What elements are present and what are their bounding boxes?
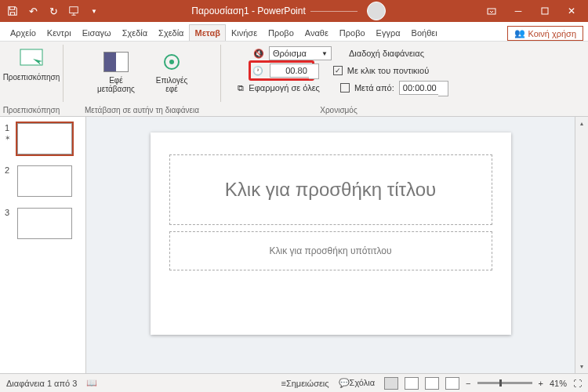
effect-options-button[interactable]: Εφέ μετάβασης: [91, 46, 141, 93]
transition-indicator-icon: ✶: [5, 134, 13, 142]
preview-label: Προεπισκόπηση: [3, 73, 60, 82]
comments-label: Σχόλια: [350, 378, 376, 387]
save-button[interactable]: [3, 2, 22, 20]
zoom-value[interactable]: 41%: [550, 379, 567, 388]
group-label-preview: Προεπισκόπηση: [0, 106, 63, 114]
share-label: Κοινή χρήση: [528, 29, 577, 38]
thumbnail-1[interactable]: 1✶: [5, 123, 81, 154]
zoom-out-button[interactable]: −: [466, 379, 470, 388]
close-button[interactable]: ✕: [558, 0, 585, 22]
duration-spinner[interactable]: 00.80▴▾: [270, 64, 310, 78]
slide[interactable]: Κλικ για προσθήκη τίτλου Κλικ για προσθή…: [151, 132, 511, 335]
tab-help[interactable]: Βοήθει: [406, 24, 443, 41]
reading-view-button[interactable]: [425, 377, 439, 390]
group-label-transition: Μετάβαση σε αυτήν τη διαφάνεια: [64, 106, 220, 114]
effect-icon: [103, 49, 129, 74]
after-value: 00:00.00: [403, 83, 437, 93]
sound-icon: 🔇: [253, 49, 264, 59]
slideshow-view-button[interactable]: [445, 377, 459, 390]
ribbon-options-button[interactable]: [478, 0, 505, 22]
group-label-timing: Χρονισμός: [221, 106, 456, 114]
thumbnail-3[interactable]: 3: [5, 208, 81, 239]
fit-to-window-button[interactable]: ⛶: [573, 379, 582, 388]
thumbnail-pane: 1✶ 2 3: [0, 117, 86, 373]
title-bar: ↶ ↻ ▼ Παρουσίαση1 - PowerPoint ─ ✕: [0, 0, 588, 22]
window-title: Παρουσίαση1 - PowerPoint: [103, 2, 478, 20]
on-click-label: Με κλικ του ποντικιού: [347, 66, 429, 75]
thumbnail-2[interactable]: 2: [5, 165, 81, 197]
undo-button[interactable]: ↶: [24, 2, 42, 20]
after-spinner[interactable]: 00:00.00▴▾: [399, 81, 440, 95]
notes-label: Σημειώσεις: [286, 379, 329, 388]
tab-insert[interactable]: Εισαγω: [77, 24, 117, 41]
tab-file[interactable]: Αρχείο: [5, 24, 42, 41]
advance-label: Διαδοχή διαφάνειας: [349, 49, 424, 58]
group-transition: Εφέ μετάβασης Επιλογές εφέ Μετάβαση σε α…: [64, 42, 220, 116]
svg-rect-2: [542, 8, 548, 14]
workspace: 1✶ 2 3 Κλικ για προσθήκη τίτλου Κλικ για…: [0, 117, 588, 373]
tab-home[interactable]: Κεντρι: [42, 24, 77, 41]
status-bar: Διαφάνεια 1 από 3 📖 ≡Σημειώσεις 💬Σχόλια …: [0, 373, 588, 392]
spellcheck-icon[interactable]: 📖: [86, 378, 97, 388]
after-label: Μετά από:: [354, 83, 394, 93]
duration-value: 00.80: [285, 66, 307, 75]
qat-dropdown[interactable]: ▼: [85, 2, 103, 20]
svg-rect-0: [70, 7, 78, 13]
svg-rect-1: [488, 9, 495, 14]
title-placeholder-text: Κλικ για προσθήκη τίτλου: [225, 179, 436, 201]
after-checkbox[interactable]: [340, 83, 350, 93]
scroll-down-button[interactable]: ▾: [575, 360, 588, 373]
options-button[interactable]: Επιλογές εφέ: [151, 46, 193, 93]
ribbon: Προεπισκόπηση Προεπισκόπηση Εφέ μετάβαση…: [0, 42, 588, 117]
comments-button[interactable]: 💬Σχόλια: [339, 378, 376, 388]
sound-dropdown[interactable]: Θρόισμα▼: [269, 46, 332, 60]
normal-view-button[interactable]: [384, 377, 398, 390]
title-text: Παρουσίαση1 - PowerPoint: [191, 5, 305, 16]
duration-icon: 🕐: [252, 66, 263, 76]
svg-point-5: [169, 60, 174, 64]
sound-value: Θρόισμα: [273, 49, 307, 58]
user-avatar[interactable]: [367, 2, 386, 20]
group-timing: 🔇 Θρόισμα▼ Διαδοχή διαφάνειας 🕐 00.80▴▾ …: [221, 42, 456, 116]
tab-slideshow[interactable]: Προβο: [263, 24, 299, 41]
on-click-checkbox[interactable]: ✓: [333, 66, 343, 75]
apply-all-button[interactable]: Εφαρμογή σε όλες: [249, 83, 320, 93]
apply-all-icon: ⧉: [238, 83, 244, 93]
tab-draw[interactable]: Σχεδία: [117, 24, 153, 41]
options-icon: [159, 49, 184, 74]
maximize-button[interactable]: [532, 0, 558, 22]
tab-transitions[interactable]: Μεταβ: [189, 24, 225, 41]
slide-counter: Διαφάνεια 1 από 3: [6, 379, 77, 388]
slide-canvas: Κλικ για προσθήκη τίτλου Κλικ για προσθή…: [86, 117, 575, 373]
options-label: Επιλογές εφέ: [156, 76, 187, 93]
sorter-view-button[interactable]: [405, 377, 419, 390]
ribbon-tabs: Αρχείο Κεντρι Εισαγω Σχεδία Σχεδία Μεταβ…: [0, 22, 588, 42]
preview-icon: [19, 46, 44, 71]
zoom-slider[interactable]: [477, 382, 532, 384]
tab-design[interactable]: Σχεδία: [153, 24, 189, 41]
subtitle-placeholder-text: Κλικ για προσθήκη υπότιτλου: [269, 245, 391, 256]
redo-button[interactable]: ↻: [44, 2, 63, 20]
share-button[interactable]: 👥Κοινή χρήση: [507, 26, 584, 41]
tab-review[interactable]: Αναθε: [299, 24, 334, 41]
zoom-in-button[interactable]: +: [539, 379, 543, 388]
vertical-scrollbar[interactable]: ▴ ▾: [575, 117, 588, 373]
tab-animations[interactable]: Κινήσε: [226, 24, 263, 41]
start-slideshow-button[interactable]: [64, 2, 83, 20]
tab-view[interactable]: Προβο: [334, 24, 371, 41]
effect-label: Εφέ μετάβασης: [97, 76, 135, 93]
tab-recording[interactable]: Εγγρα: [371, 24, 406, 41]
subtitle-placeholder[interactable]: Κλικ για προσθήκη υπότιτλου: [169, 231, 492, 270]
notes-button[interactable]: ≡Σημειώσεις: [281, 379, 329, 388]
duration-highlight: 🕐 00.80▴▾: [249, 60, 314, 81]
minimize-button[interactable]: ─: [505, 0, 532, 22]
share-icon: 👥: [514, 28, 525, 38]
quick-access-toolbar: ↶ ↻ ▼: [3, 2, 103, 20]
preview-button[interactable]: Προεπισκόπηση: [8, 43, 55, 82]
title-placeholder[interactable]: Κλικ για προσθήκη τίτλου: [169, 154, 492, 225]
scroll-up-button[interactable]: ▴: [575, 117, 588, 130]
window-controls: ─ ✕: [478, 0, 585, 22]
group-preview: Προεπισκόπηση Προεπισκόπηση: [0, 42, 63, 116]
